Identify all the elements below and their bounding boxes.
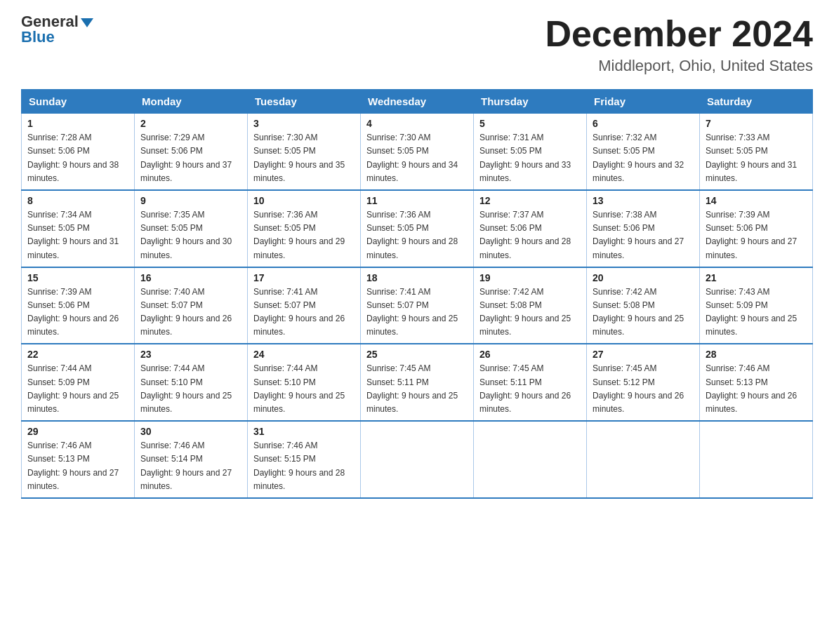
table-row: 28Sunrise: 7:46 AMSunset: 5:13 PMDayligh…	[700, 344, 813, 421]
table-row: 21Sunrise: 7:43 AMSunset: 5:09 PMDayligh…	[700, 267, 813, 344]
calendar-week-row: 29Sunrise: 7:46 AMSunset: 5:13 PMDayligh…	[22, 421, 813, 498]
day-number: 22	[27, 349, 128, 360]
day-info: Sunrise: 7:46 AMSunset: 5:13 PMDaylight:…	[706, 362, 807, 416]
day-info: Sunrise: 7:46 AMSunset: 5:14 PMDaylight:…	[140, 439, 241, 493]
day-info: Sunrise: 7:40 AMSunset: 5:07 PMDaylight:…	[140, 286, 241, 340]
day-number: 31	[253, 426, 355, 437]
day-number: 24	[253, 349, 355, 360]
day-info: Sunrise: 7:30 AMSunset: 5:05 PMDaylight:…	[253, 131, 355, 185]
table-row: 10Sunrise: 7:36 AMSunset: 5:05 PMDayligh…	[248, 190, 361, 267]
logo: General Blue	[21, 14, 93, 46]
calendar-table: Sunday Monday Tuesday Wednesday Thursday…	[21, 89, 813, 499]
day-number: 27	[593, 349, 694, 360]
table-row: 5Sunrise: 7:31 AMSunset: 5:05 PMDaylight…	[474, 114, 587, 190]
table-row: 14Sunrise: 7:39 AMSunset: 5:06 PMDayligh…	[700, 190, 813, 267]
day-number: 4	[366, 118, 468, 129]
day-number: 6	[593, 118, 694, 129]
day-number: 12	[479, 195, 581, 206]
table-row	[474, 421, 587, 498]
day-info: Sunrise: 7:29 AMSunset: 5:06 PMDaylight:…	[140, 131, 241, 185]
day-info: Sunrise: 7:31 AMSunset: 5:05 PMDaylight:…	[479, 131, 581, 185]
table-row: 8Sunrise: 7:34 AMSunset: 5:05 PMDaylight…	[22, 190, 135, 267]
day-number: 21	[706, 272, 807, 283]
day-number: 26	[479, 349, 581, 360]
table-row: 18Sunrise: 7:41 AMSunset: 5:07 PMDayligh…	[361, 267, 474, 344]
day-info: Sunrise: 7:36 AMSunset: 5:05 PMDaylight:…	[253, 208, 355, 262]
day-number: 3	[253, 118, 355, 129]
day-info: Sunrise: 7:36 AMSunset: 5:05 PMDaylight:…	[366, 208, 468, 262]
col-tuesday: Tuesday	[248, 90, 361, 114]
col-saturday: Saturday	[700, 90, 813, 114]
table-row: 4Sunrise: 7:30 AMSunset: 5:05 PMDaylight…	[361, 114, 474, 190]
day-number: 9	[140, 195, 241, 206]
day-number: 19	[479, 272, 581, 283]
table-row: 9Sunrise: 7:35 AMSunset: 5:05 PMDaylight…	[135, 190, 248, 267]
day-info: Sunrise: 7:39 AMSunset: 5:06 PMDaylight:…	[27, 286, 128, 340]
day-info: Sunrise: 7:33 AMSunset: 5:05 PMDaylight:…	[706, 131, 807, 185]
day-number: 5	[479, 118, 581, 129]
month-title: December 2024	[545, 14, 813, 54]
col-friday: Friday	[587, 90, 700, 114]
col-monday: Monday	[135, 90, 248, 114]
table-row: 24Sunrise: 7:44 AMSunset: 5:10 PMDayligh…	[248, 344, 361, 421]
page-header: General Blue December 2024 Middleport, O…	[21, 14, 813, 75]
day-info: Sunrise: 7:45 AMSunset: 5:11 PMDaylight:…	[366, 362, 468, 416]
calendar-week-row: 15Sunrise: 7:39 AMSunset: 5:06 PMDayligh…	[22, 267, 813, 344]
table-row: 25Sunrise: 7:45 AMSunset: 5:11 PMDayligh…	[361, 344, 474, 421]
calendar-week-row: 8Sunrise: 7:34 AMSunset: 5:05 PMDaylight…	[22, 190, 813, 267]
table-row: 6Sunrise: 7:32 AMSunset: 5:05 PMDaylight…	[587, 114, 700, 190]
day-info: Sunrise: 7:44 AMSunset: 5:09 PMDaylight:…	[27, 362, 128, 416]
day-number: 1	[27, 118, 128, 129]
table-row: 26Sunrise: 7:45 AMSunset: 5:11 PMDayligh…	[474, 344, 587, 421]
day-number: 20	[593, 272, 694, 283]
title-block: December 2024 Middleport, Ohio, United S…	[545, 14, 813, 75]
day-info: Sunrise: 7:32 AMSunset: 5:05 PMDaylight:…	[593, 131, 694, 185]
day-number: 28	[706, 349, 807, 360]
table-row: 2Sunrise: 7:29 AMSunset: 5:06 PMDaylight…	[135, 114, 248, 190]
day-number: 17	[253, 272, 355, 283]
table-row	[361, 421, 474, 498]
table-row: 16Sunrise: 7:40 AMSunset: 5:07 PMDayligh…	[135, 267, 248, 344]
table-row: 19Sunrise: 7:42 AMSunset: 5:08 PMDayligh…	[474, 267, 587, 344]
day-info: Sunrise: 7:46 AMSunset: 5:15 PMDaylight:…	[253, 439, 355, 493]
col-wednesday: Wednesday	[361, 90, 474, 114]
day-info: Sunrise: 7:35 AMSunset: 5:05 PMDaylight:…	[140, 208, 241, 262]
day-info: Sunrise: 7:45 AMSunset: 5:12 PMDaylight:…	[593, 362, 694, 416]
day-number: 29	[27, 426, 128, 437]
table-row: 12Sunrise: 7:37 AMSunset: 5:06 PMDayligh…	[474, 190, 587, 267]
day-info: Sunrise: 7:37 AMSunset: 5:06 PMDaylight:…	[479, 208, 581, 262]
day-info: Sunrise: 7:44 AMSunset: 5:10 PMDaylight:…	[140, 362, 241, 416]
table-row	[700, 421, 813, 498]
table-row: 7Sunrise: 7:33 AMSunset: 5:05 PMDaylight…	[700, 114, 813, 190]
table-row: 13Sunrise: 7:38 AMSunset: 5:06 PMDayligh…	[587, 190, 700, 267]
day-number: 10	[253, 195, 355, 206]
day-info: Sunrise: 7:28 AMSunset: 5:06 PMDaylight:…	[27, 131, 128, 185]
table-row: 17Sunrise: 7:41 AMSunset: 5:07 PMDayligh…	[248, 267, 361, 344]
day-number: 30	[140, 426, 241, 437]
table-row	[587, 421, 700, 498]
logo-line1: General	[21, 14, 93, 29]
day-number: 11	[366, 195, 468, 206]
table-row: 20Sunrise: 7:42 AMSunset: 5:08 PMDayligh…	[587, 267, 700, 344]
col-thursday: Thursday	[474, 90, 587, 114]
day-number: 25	[366, 349, 468, 360]
day-info: Sunrise: 7:45 AMSunset: 5:11 PMDaylight:…	[479, 362, 581, 416]
calendar-week-row: 1Sunrise: 7:28 AMSunset: 5:06 PMDaylight…	[22, 114, 813, 190]
day-info: Sunrise: 7:44 AMSunset: 5:10 PMDaylight:…	[253, 362, 355, 416]
day-number: 7	[706, 118, 807, 129]
day-info: Sunrise: 7:41 AMSunset: 5:07 PMDaylight:…	[366, 286, 468, 340]
day-number: 2	[140, 118, 241, 129]
calendar-header-row: Sunday Monday Tuesday Wednesday Thursday…	[22, 90, 813, 114]
table-row: 27Sunrise: 7:45 AMSunset: 5:12 PMDayligh…	[587, 344, 700, 421]
day-info: Sunrise: 7:39 AMSunset: 5:06 PMDaylight:…	[706, 208, 807, 262]
day-info: Sunrise: 7:42 AMSunset: 5:08 PMDaylight:…	[479, 286, 581, 340]
day-number: 23	[140, 349, 241, 360]
col-sunday: Sunday	[22, 90, 135, 114]
day-number: 14	[706, 195, 807, 206]
table-row: 1Sunrise: 7:28 AMSunset: 5:06 PMDaylight…	[22, 114, 135, 190]
day-info: Sunrise: 7:42 AMSunset: 5:08 PMDaylight:…	[593, 286, 694, 340]
day-info: Sunrise: 7:30 AMSunset: 5:05 PMDaylight:…	[366, 131, 468, 185]
logo-line2: Blue	[21, 28, 55, 46]
table-row: 22Sunrise: 7:44 AMSunset: 5:09 PMDayligh…	[22, 344, 135, 421]
table-row: 11Sunrise: 7:36 AMSunset: 5:05 PMDayligh…	[361, 190, 474, 267]
